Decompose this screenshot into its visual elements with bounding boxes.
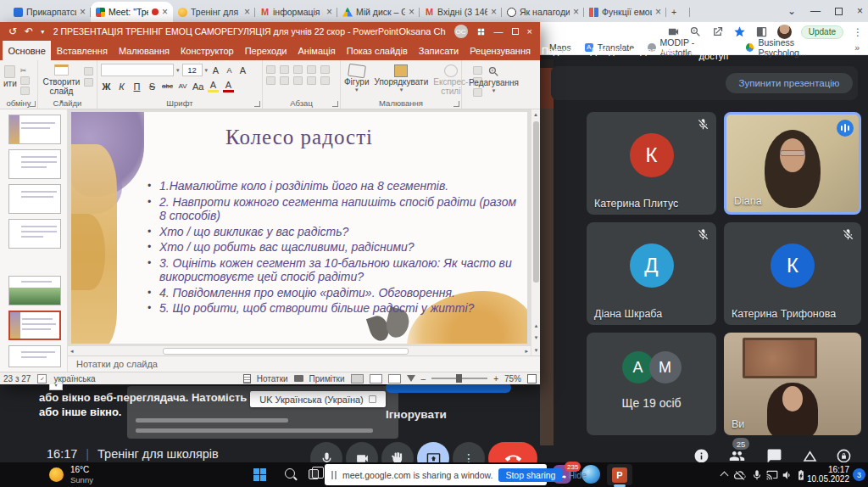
microphone-in-use-icon[interactable] [751,469,763,481]
scroll-down-icon[interactable]: ▾ [531,344,541,355]
cut-icon[interactable]: ✂ [20,66,30,75]
spell-check-icon[interactable]: ✓ [37,374,47,383]
scroll-left-icon[interactable]: ◂ [68,348,74,355]
reset-icon[interactable] [84,78,93,87]
columns-icon[interactable] [307,76,316,85]
share-icon[interactable] [711,25,724,38]
ribbon-tab-animations[interactable]: Анімація [292,41,341,60]
slide-thumbnail[interactable] [8,115,61,144]
bookmarks-overflow-icon[interactable]: » [854,42,860,53]
slide-body-text[interactable]: 1.Намалюйте коло і розділіть його на 8 с… [146,179,519,317]
autosave-icon[interactable]: ↺ [8,25,17,37]
weather-condition[interactable]: Sunny [70,475,93,484]
customize-qat-icon[interactable]: ▾ [41,28,44,36]
slide-bullet[interactable]: Хто / що робить вас щасливими, радісними… [146,240,519,255]
line-spacing-icon[interactable] [320,65,330,74]
slide-bullet[interactable]: 1.Намалюйте коло і розділіть його на 8 с… [146,179,519,193]
shrink-font-icon[interactable]: A [224,66,235,75]
slide-title[interactable]: Колесо радості [71,126,527,149]
weather-temperature[interactable]: 16°C [70,465,89,474]
ribbon-tab-review[interactable]: Рецензування [465,41,537,60]
shapes-button[interactable]: Фігури [344,77,370,87]
close-icon[interactable]: × [857,5,863,17]
bold-button[interactable]: Ж [101,81,112,92]
notification-badge[interactable]: 3 [853,468,865,481]
close-icon[interactable]: × [80,7,86,17]
maximize-icon[interactable] [835,8,843,15]
editing-button[interactable]: Редагування [469,78,519,87]
account-avatar[interactable]: OC [454,25,468,38]
ribbon-tab-home[interactable]: Основне [3,41,51,60]
layout-icon[interactable] [84,67,93,76]
copy-icon[interactable] [20,76,30,85]
align-right-icon[interactable] [293,76,303,85]
tab-inbox[interactable]: Вхідні (3 146) - о × [420,2,502,22]
small-strike-icon[interactable]: abc [162,82,173,90]
participant-tile[interactable]: Д Діана Шкраба [587,222,716,325]
search-icon[interactable] [285,468,295,479]
dialog-launcher-icon[interactable] [453,101,459,107]
overflow-participants-tile[interactable]: A M Ще 19 осіб [587,333,716,435]
clock-date[interactable]: 10.05.2022 [805,474,849,484]
hide-button[interactable]: Hide [568,470,587,480]
slide-thumbnail[interactable] [8,149,61,179]
new-slide-button[interactable]: Створити слайд [42,77,81,96]
input-language-chip[interactable]: UK Українська (Україна) [250,391,386,407]
camera-in-use-icon[interactable] [667,25,680,38]
dialog-launcher-icon[interactable] [30,101,36,107]
increase-indent-icon[interactable] [307,65,316,74]
slide-thumbnail-selected[interactable] [8,311,61,340]
align-left-icon[interactable] [266,76,275,85]
clock-time[interactable]: 16:17 [805,465,849,474]
tray-overflow-icon[interactable] [721,472,729,480]
self-view-tile[interactable]: Ви [724,333,861,435]
scrollbar-thumb[interactable] [533,121,539,283]
change-case-icon[interactable]: Aa [192,81,203,92]
close-icon[interactable]: × [244,7,250,17]
minimize-icon[interactable]: — [810,5,821,17]
tab-emotions[interactable]: Функції емоцій × [584,2,666,22]
bookmark-star-icon[interactable] [733,25,746,38]
slide-bullet[interactable]: 3. Оцініть кожен сегмент за 10-бальною ш… [146,256,519,284]
slide-bullet[interactable]: 5. Що робити, щоб створити більше радост… [146,301,519,316]
zoom-slider-thumb[interactable] [456,374,462,383]
participant-tile[interactable]: К Катерина Плитус [587,112,716,215]
notes-pane[interactable]: Нотатки до слайда [68,355,540,372]
format-painter-icon[interactable] [20,87,30,95]
ignore-button[interactable]: Ігнорувати [386,408,447,421]
font-size-input[interactable]: 12 [182,64,203,76]
participant-tile[interactable]: К Катерина Трифонова [724,222,861,325]
minimize-icon[interactable]: — [494,26,504,36]
tab-training[interactable]: Тренінг для шко × [173,2,255,22]
zoom-icon[interactable] [689,25,702,38]
close-icon[interactable]: × [527,26,532,36]
tab-search-icon[interactable]: ⌄ [787,5,796,17]
participant-tile-active-speaker[interactable]: Diana [724,112,861,215]
tab-drive[interactable]: Мій диск – Goog × [337,2,420,22]
underline-button[interactable]: П [131,81,142,92]
dialog-launcher-icon[interactable] [332,101,338,107]
bookmark-business-psychology[interactable]: Business Psycholog... [746,37,841,58]
ribbon-tab-help[interactable]: Довідка [585,41,630,60]
ribbon-tab-slideshow[interactable]: Показ слайдів [341,41,413,60]
share-button[interactable]: Спільний доступ [699,41,746,61]
zoom-level[interactable]: 75% [504,374,521,383]
slide-thumbnail[interactable] [8,345,61,367]
scrollbar-thumb[interactable] [163,348,409,355]
grow-font-icon[interactable]: A [210,65,221,76]
tab-gmail-info[interactable]: інформація по Б × [255,2,337,22]
numbering-icon[interactable] [280,65,289,74]
fit-to-window-icon[interactable] [527,374,537,383]
align-center-icon[interactable] [280,76,289,85]
dialog-launcher-icon[interactable] [254,101,260,107]
comments-toggle[interactable]: Примітки [309,374,345,383]
language-status[interactable]: українська [53,374,95,383]
decrease-indent-icon[interactable] [293,65,303,74]
previous-slide-icon[interactable]: ▴ [531,320,541,331]
tab-meet[interactable]: Meet: "Трені × [91,2,173,22]
arrange-button[interactable]: Упорядкувати [375,77,429,87]
stop-presenting-button[interactable]: Зупинити презентацію [726,73,853,93]
ribbon-tab-transitions[interactable]: Переходи [239,41,292,60]
slide-bullet[interactable]: Хто / що викликає у вас радість? [146,225,519,239]
notes-toggle[interactable]: Нотатки [257,374,288,383]
